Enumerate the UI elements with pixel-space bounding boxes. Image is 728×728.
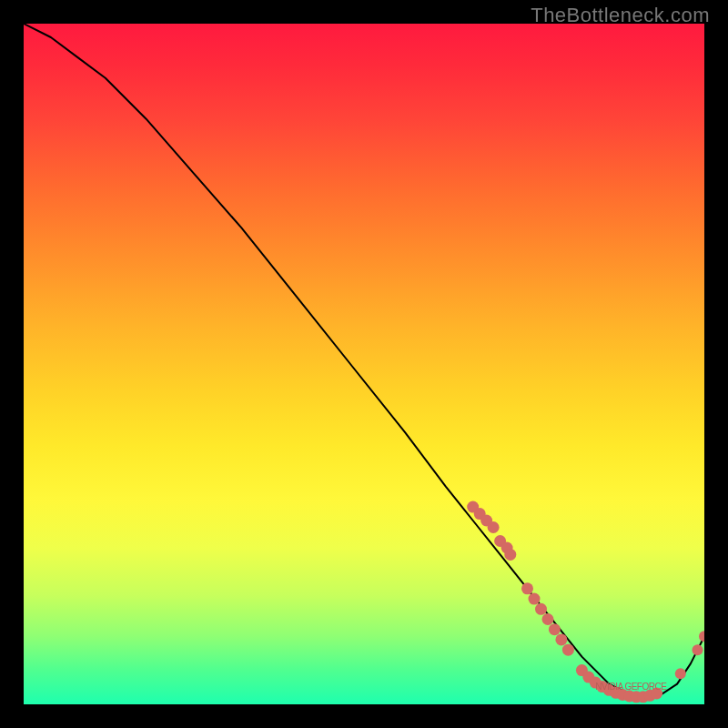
chart-svg: NVIDIA GEFORCE (24, 24, 704, 704)
chart-frame: TheBottleneck.com NVIDIA GEFORCE (0, 0, 728, 728)
data-point (555, 633, 567, 645)
data-point (542, 613, 554, 625)
valley-label: NVIDIA GEFORCE (595, 682, 667, 692)
bottleneck-curve (24, 24, 704, 698)
data-point (562, 644, 574, 656)
watermark-text: TheBottleneck.com (531, 4, 710, 27)
data-point (535, 603, 547, 615)
data-point (549, 623, 561, 635)
data-point (504, 549, 516, 561)
data-point (699, 631, 704, 642)
data-point (693, 644, 703, 655)
data-point (488, 521, 500, 533)
data-point (521, 582, 533, 594)
plot-area: NVIDIA GEFORCE (24, 24, 704, 704)
data-point (675, 668, 686, 679)
data-point (529, 593, 541, 605)
